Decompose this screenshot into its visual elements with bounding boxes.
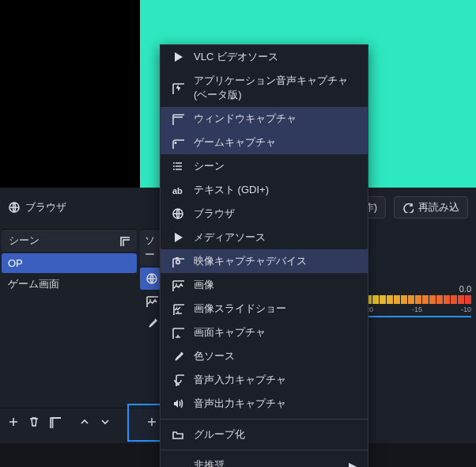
scene-item[interactable]: OP [2, 253, 137, 273]
menu-item-label: 音声入力キャプチャ [194, 373, 286, 387]
menu-item-label: 画像 [194, 278, 214, 292]
menu-item[interactable]: 映像キャプチャデバイス [161, 249, 368, 273]
brush-icon [145, 317, 158, 329]
menu-item[interactable]: ゲームキャプチャ [161, 131, 368, 154]
duplicate-icon[interactable] [119, 235, 130, 246]
add-source-menu[interactable]: VLC ビデオソースアプリケーション音声キャプチャ (ベータ版)ウィンドウキャプ… [160, 44, 368, 467]
app-audio-icon [172, 82, 184, 94]
scene-filter-button[interactable] [44, 412, 65, 432]
menu-item-label: 非推奨 [194, 458, 225, 467]
scenes-header: シーン [2, 229, 137, 252]
slideshow-icon [172, 302, 184, 315]
scene-remove-button[interactable] [24, 412, 44, 432]
menu-item[interactable]: 画像 [161, 273, 368, 297]
list-icon [172, 160, 184, 173]
menu-item-label: グループ化 [194, 427, 245, 442]
chevron-right-icon: ▶ [349, 460, 357, 468]
gamepad-icon [172, 136, 184, 149]
menu-item[interactable]: シーン [161, 154, 368, 178]
menu-item-label: アプリケーション音声キャプチャ (ベータ版) [194, 74, 357, 102]
menu-item[interactable]: 画像スライドショー [161, 297, 368, 321]
scenes-panel: シーン OPゲーム画面 [0, 227, 138, 435]
monitor-icon [172, 326, 184, 339]
browser-indicator[interactable]: ブラウザ [8, 200, 66, 215]
browser-label: ブラウザ [25, 200, 66, 215]
reload-icon [402, 202, 414, 213]
menu-item[interactable]: 非推奨▶ [161, 454, 368, 467]
image-icon [172, 279, 184, 291]
menu-item[interactable]: VLC ビデオソース [161, 45, 368, 69]
menu-item-label: ウィンドウキャプチャ [194, 112, 297, 126]
camera-icon [172, 255, 184, 268]
image-icon [145, 294, 158, 307]
play-icon [172, 51, 184, 63]
scenes-list: OPゲーム画面 [2, 253, 137, 408]
folder-icon [172, 428, 184, 441]
menu-item[interactable]: 音声入力キャプチャ [161, 368, 368, 392]
menu-item[interactable]: テキスト (GDI+) [161, 178, 368, 202]
menu-item-label: VLC ビデオソース [194, 50, 278, 64]
menu-item[interactable]: ブラウザ [161, 202, 368, 226]
mic-icon [172, 374, 184, 386]
menu-item-label: 映像キャプチャデバイス [194, 254, 307, 268]
reload-button[interactable]: 再読み込 [394, 196, 468, 218]
scene-up-button[interactable] [74, 412, 95, 432]
menu-item[interactable]: 画面キャプチャ [161, 321, 368, 344]
menu-item[interactable]: グループ化 [161, 423, 368, 446]
speaker-icon [172, 397, 184, 410]
menu-item-label: 画像スライドショー [194, 302, 286, 316]
menu-item-label: シーン [194, 159, 225, 173]
globe-icon [172, 207, 184, 220]
menu-item-label: ゲームキャプチャ [194, 135, 276, 150]
menu-item[interactable]: 色ソース [161, 344, 368, 368]
menu-item[interactable]: ウィンドウキャプチャ [161, 107, 368, 131]
menu-item-label: テキスト (GDI+) [194, 183, 269, 197]
scene-add-button[interactable] [3, 412, 24, 432]
menu-item[interactable]: メディアソース [161, 226, 368, 249]
menu-item-label: 色ソース [194, 349, 235, 363]
globe-icon [8, 201, 21, 214]
play-icon [172, 231, 184, 244]
scene-item[interactable]: ゲーム画面 [2, 273, 137, 295]
scene-down-button[interactable] [95, 412, 115, 432]
scenes-footer [0, 408, 138, 435]
menu-item-label: 音声出力キャプチャ [194, 397, 286, 411]
menu-item-label: ブラウザ [194, 207, 235, 221]
menu-item-label: メディアソース [194, 230, 266, 245]
menu-item-label: 画面キャプチャ [194, 325, 266, 340]
window-icon [172, 112, 184, 125]
menu-item[interactable]: アプリケーション音声キャプチャ (ベータ版) [161, 69, 368, 107]
globe-icon [145, 272, 158, 285]
text-icon [172, 184, 184, 196]
brush-icon [172, 350, 184, 363]
menu-item[interactable]: 音声出力キャプチャ [161, 392, 368, 416]
